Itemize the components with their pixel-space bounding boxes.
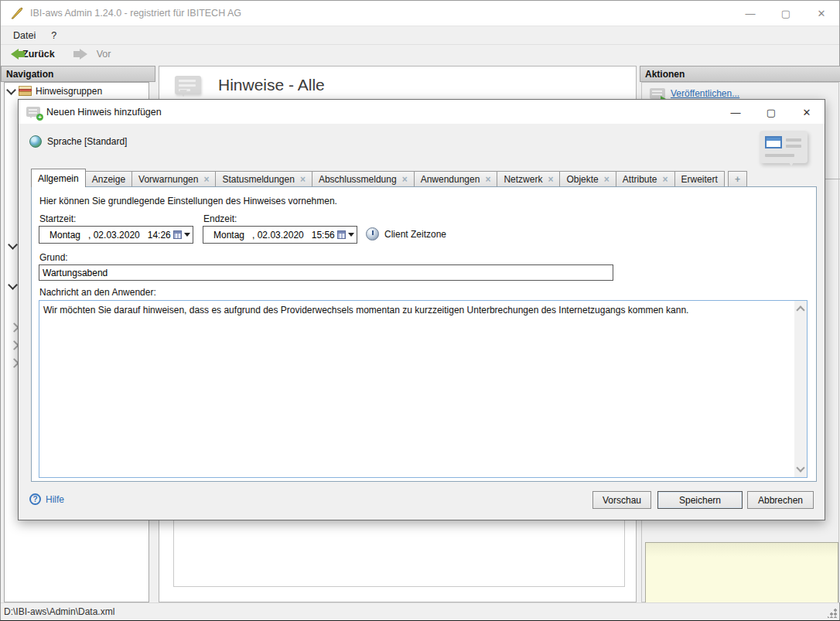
allgemein-tab-content: Hier können Sie grundlegende Einstellung… <box>31 186 817 482</box>
tab-close-icon[interactable]: × <box>663 175 668 184</box>
calendar-dropdown-button[interactable] <box>335 227 357 243</box>
start-label: Startzeit: <box>39 213 76 224</box>
toolbar: Zurück Vor <box>1 44 839 63</box>
preview-button[interactable]: Vorschau <box>592 491 651 509</box>
window-title: IBI-aws Admin 1.24.0 - registriert für I… <box>30 8 241 19</box>
cancel-button[interactable]: Abbrechen <box>747 491 814 509</box>
message-scrollbar[interactable] <box>794 301 807 477</box>
globe-icon <box>29 135 42 148</box>
language-label: Sprache [Standard] <box>47 136 127 147</box>
forward-arrow-icon <box>80 49 93 60</box>
publish-icon <box>650 88 665 99</box>
tab-close-icon[interactable]: × <box>300 175 306 184</box>
app-logo-icon <box>10 6 24 20</box>
end-label: Endzeit: <box>203 213 237 224</box>
dialog-title: Neuen Hinweis hinzufügen <box>46 107 162 118</box>
tab-erweitert[interactable]: Erweitert <box>675 171 725 187</box>
forward-button[interactable]: Vor <box>66 49 111 60</box>
tab-close-icon[interactable]: × <box>604 175 610 184</box>
window-glyph-icon <box>765 136 782 148</box>
menubar: Datei ? <box>1 26 839 44</box>
publish-action[interactable]: Veröffentlichen... <box>650 88 838 99</box>
end-datetime-picker[interactable]: Montag , 02.03.2020 15:56 <box>203 226 357 244</box>
main-titlebar: IBI-aws Admin 1.24.0 - registriert für I… <box>1 1 839 26</box>
caret-down-icon <box>348 233 354 240</box>
dialog-maximize-button[interactable]: ▢ <box>753 100 789 125</box>
message-label: Nachricht an den Anwender: <box>39 287 156 298</box>
calendar-icon <box>173 230 182 239</box>
timezone-label: Client Zeitzone <box>384 229 446 240</box>
chevron-down-icon[interactable] <box>6 85 16 95</box>
actions-header: Aktionen <box>640 66 840 82</box>
dialog-close-button[interactable]: ✕ <box>789 100 825 125</box>
start-datetime-picker[interactable]: Montag , 02.03.2020 14:26 <box>39 226 193 244</box>
tab-anwendungen[interactable]: Anwendungen× <box>415 171 498 187</box>
resize-grip-icon[interactable] <box>828 609 837 618</box>
hinweise-bubble-icon <box>175 76 201 94</box>
maximize-button[interactable]: ▢ <box>768 1 804 26</box>
back-arrow-icon <box>5 49 19 60</box>
statusbar: D:\IBI-aws\Admin\Data.xml <box>1 602 839 620</box>
menu-datei[interactable]: Datei <box>5 30 43 41</box>
message-text: Wir möchten Sie darauf hinweisen, dass e… <box>43 304 788 316</box>
save-button[interactable]: Speichern <box>657 491 743 509</box>
add-tab-button[interactable]: + <box>728 171 747 187</box>
timezone-globe-icon <box>366 227 379 241</box>
chevron-down-icon[interactable] <box>8 240 18 250</box>
tree-item-hinweisgruppen[interactable]: Hinweisgruppen <box>5 83 149 97</box>
minimize-button[interactable]: — <box>732 1 768 26</box>
tab-netzwerk[interactable]: Netzwerk× <box>497 171 560 187</box>
caret-down-icon <box>184 233 190 240</box>
tab-vorwarnungen[interactable]: Vorwarnungen× <box>132 171 216 187</box>
back-button[interactable]: Zurück <box>5 49 55 60</box>
tab-close-icon[interactable]: × <box>485 175 490 184</box>
add-hinweis-dialog: + Neuen Hinweis hinzufügen — ▢ ✕ Sprache… <box>18 99 825 520</box>
tab-close-icon[interactable]: × <box>402 175 408 184</box>
page-title: Hinweise - Alle <box>218 76 325 94</box>
tab-allgemein[interactable]: Allgemein <box>31 169 86 187</box>
navigation-header: Navigation <box>1 66 155 82</box>
dialog-titlebar: + Neuen Hinweis hinzufügen — ▢ ✕ <box>19 100 825 124</box>
help-icon: ? <box>29 493 41 505</box>
scroll-down-icon[interactable] <box>796 463 804 472</box>
calendar-icon <box>337 230 346 239</box>
calendar-dropdown-button[interactable] <box>171 227 193 243</box>
tab-objekte[interactable]: Objekte× <box>560 171 616 187</box>
intro-text: Hier können Sie grundlegende Einstellung… <box>39 196 337 206</box>
data-file-path: D:\IBI-aws\Admin\Data.xml <box>4 606 114 617</box>
hinweis-preview-icon <box>760 131 808 163</box>
message-textarea[interactable]: Wir möchten Sie darauf hinweisen, dass e… <box>39 300 808 478</box>
chevron-down-icon[interactable] <box>8 280 18 290</box>
hinweisgruppen-icon <box>19 86 32 97</box>
tab-abschlussmeldung[interactable]: Abschlussmeldung× <box>312 171 415 187</box>
menu-help[interactable]: ? <box>43 30 64 41</box>
reason-label: Grund: <box>39 252 68 263</box>
close-button[interactable]: ✕ <box>804 1 839 26</box>
dialog-footer: ? Hilfe Vorschau Speichern Abbrechen <box>19 480 825 520</box>
dialog-tabstrip: Allgemein Anzeige Vorwarnungen× Statusme… <box>31 169 815 187</box>
publish-link[interactable]: Veröffentlichen... <box>671 88 739 99</box>
tab-close-icon[interactable]: × <box>203 175 209 184</box>
client-timezone-toggle[interactable]: Client Zeitzone <box>366 227 446 241</box>
dialog-icon: + <box>26 107 40 117</box>
tab-anzeige[interactable]: Anzeige <box>86 171 132 187</box>
divider <box>825 179 840 179</box>
scroll-up-icon[interactable] <box>796 305 804 314</box>
tab-statusmeldungen[interactable]: Statusmeldungen× <box>216 171 312 187</box>
main-window: IBI-aws Admin 1.24.0 - registriert für I… <box>0 0 840 621</box>
reason-input[interactable] <box>39 264 613 281</box>
dialog-minimize-button[interactable]: — <box>718 100 753 125</box>
language-selector[interactable]: Sprache [Standard] <box>29 135 127 148</box>
tab-close-icon[interactable]: × <box>548 175 553 184</box>
tab-attribute[interactable]: Attribute× <box>616 171 675 187</box>
help-link[interactable]: ? Hilfe <box>29 493 64 505</box>
